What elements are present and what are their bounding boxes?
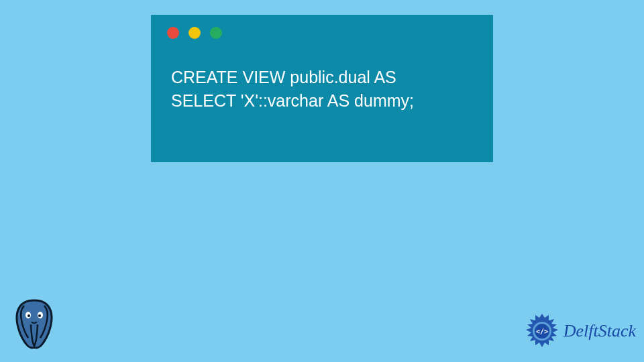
postgres-icon [8,296,60,351]
minimize-icon [189,27,201,39]
code-block: CREATE VIEW public.dual AS SELECT 'X'::v… [151,44,493,129]
svg-point-2 [28,314,30,317]
code-symbol: </> [536,328,548,335]
delftstack-badge-icon: </> [523,312,561,350]
code-line-1: CREATE VIEW public.dual AS [171,68,396,86]
code-line-2: SELECT 'X'::varchar AS dummy; [171,91,414,110]
code-window: CREATE VIEW public.dual AS SELECT 'X'::v… [151,15,493,162]
svg-point-3 [38,314,41,317]
window-titlebar [151,15,493,44]
maximize-icon [210,27,222,39]
delftstack-logo: </> DelftStack [523,312,636,350]
close-icon [167,27,179,39]
delftstack-label: DelftStack [564,321,636,341]
